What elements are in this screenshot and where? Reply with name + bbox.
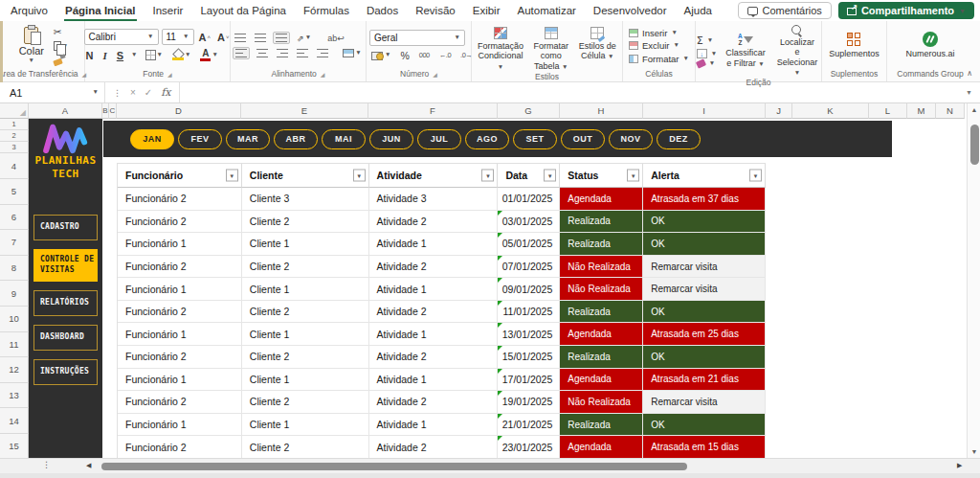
alerta-cell[interactable]: Atrasada em 37 dias <box>643 188 766 211</box>
sidebar-item-controle-de-visitas[interactable]: CONTROLE DE VISITAS <box>33 249 98 282</box>
cell-styles-button[interactable]: Estilos de Célula ▼ <box>576 26 619 62</box>
status-cell[interactable]: Realizada <box>560 233 643 256</box>
share-button[interactable]: Compartilhamento ▼ <box>838 2 974 19</box>
row-header-13[interactable]: 13 <box>0 383 29 409</box>
format-cells-button[interactable]: Formatar▼ <box>629 54 689 64</box>
sidebar-item-cadastro[interactable]: CADASTRO <box>33 215 98 240</box>
atividade-cell[interactable]: Atividade 1 <box>369 233 499 256</box>
sidebar-item-instrucoes[interactable]: INSTRUÇÕES <box>33 359 98 385</box>
cliente-cell[interactable]: Cliente 1 <box>242 369 369 392</box>
cliente-cell[interactable]: Cliente 2 <box>242 391 369 414</box>
column-header-a[interactable]: A <box>29 103 102 119</box>
month-tab-jun[interactable]: JUN <box>369 129 413 149</box>
underline-button[interactable]: S <box>115 49 125 62</box>
data-cell[interactable]: 05/01/2025 <box>498 233 560 256</box>
cliente-cell[interactable]: Cliente 2 <box>242 301 369 324</box>
fill-color-button[interactable]: ▼ <box>170 49 192 61</box>
atividade-cell[interactable]: Atividade 1 <box>369 414 499 437</box>
data-cell[interactable]: 09/01/2025 <box>498 278 560 301</box>
vertical-scrollbar[interactable]: ▲ ▼ <box>967 103 980 458</box>
sidebar-item-dashboard[interactable]: DASHBOARD <box>33 325 98 351</box>
menu-tab-revisao[interactable]: Revisão <box>407 0 464 21</box>
status-cell[interactable]: Realizada <box>560 211 643 234</box>
atividade-cell[interactable]: Atividade 1 <box>369 323 499 346</box>
align-center-button[interactable] <box>255 48 270 58</box>
column-header-d[interactable]: D <box>117 103 241 119</box>
cliente-cell[interactable]: Cliente 1 <box>242 414 369 437</box>
splitter-dots-icon[interactable]: ⋮ <box>42 460 51 469</box>
atividade-cell[interactable]: Atividade 2 <box>369 301 499 324</box>
month-tab-mar[interactable]: MAR <box>226 129 270 149</box>
row-header-1[interactable]: 1 <box>0 119 29 130</box>
funcionario-cell[interactable]: Funcionário 1 <box>118 278 242 301</box>
month-tab-set[interactable]: SET <box>513 129 557 149</box>
alerta-cell[interactable]: Remarcar visita <box>643 391 766 414</box>
sort-filter-button[interactable]: AZ Classificar e Filtrar ▼ <box>723 33 768 69</box>
alerta-cell[interactable]: OK <box>643 211 766 234</box>
month-tab-abr[interactable]: ABR <box>274 129 318 149</box>
status-cell[interactable]: Realizada <box>560 346 643 369</box>
column-header-e[interactable]: E <box>241 103 368 119</box>
increase-indent-button[interactable] <box>315 48 330 58</box>
autosum-button[interactable]: Σ▼ <box>697 34 713 47</box>
accounting-format-button[interactable]: ▼ <box>369 50 392 61</box>
month-tab-out[interactable]: OUT <box>561 129 605 149</box>
status-cell[interactable]: Realizada <box>560 414 643 437</box>
find-select-button[interactable]: Localizar e Selecionar ▼ <box>774 24 821 78</box>
atividade-cell[interactable]: Atividade 3 <box>369 188 499 211</box>
funcionario-cell[interactable]: Funcionário 2 <box>118 211 242 234</box>
select-all-corner[interactable]: ◢ <box>0 103 29 119</box>
month-tab-ago[interactable]: AGO <box>465 129 509 149</box>
alerta-cell[interactable]: OK <box>643 233 766 256</box>
confirm-entry-icon[interactable]: ✓ <box>145 87 152 98</box>
data-cell[interactable]: 23/01/2025 <box>498 436 560 458</box>
italic-button[interactable]: I <box>100 49 108 62</box>
menu-tab-dados[interactable]: Dados <box>358 0 407 21</box>
copy-button[interactable]: ▼ <box>52 40 70 52</box>
paste-button[interactable]: Colar ▼ <box>14 27 49 64</box>
funcionario-cell[interactable]: Funcionário 1 <box>118 233 242 256</box>
menu-tab-pagina-inicial[interactable]: Página Inicial <box>56 0 145 21</box>
delete-cells-button[interactable]: Excluir▼ <box>629 40 679 51</box>
cliente-cell[interactable]: Cliente 2 <box>242 436 369 458</box>
row-header-4[interactable]: 4 <box>0 153 29 179</box>
align-bottom-button[interactable] <box>273 32 290 44</box>
column-header-f[interactable]: F <box>368 103 498 119</box>
data-cell[interactable]: 07/01/2025 <box>498 256 560 279</box>
funcionario-cell[interactable]: Funcionário 1 <box>118 323 242 346</box>
funcionario-cell[interactable]: Funcionário 1 <box>118 369 242 392</box>
column-header-j[interactable]: J <box>766 103 792 119</box>
format-painter-button[interactable] <box>52 54 67 66</box>
atividade-cell[interactable]: Atividade 1 <box>369 369 499 392</box>
scroll-up-icon[interactable]: ▲ <box>968 106 980 113</box>
data-cell[interactable]: 15/01/2025 <box>498 346 560 369</box>
column-header-l[interactable]: L <box>869 103 907 119</box>
menu-tab-ajuda[interactable]: Ajuda <box>676 0 721 21</box>
menu-tab-inserir[interactable]: Inserir <box>145 0 192 21</box>
funcionario-cell[interactable]: Funcionário 2 <box>118 436 242 458</box>
data-cell[interactable]: 03/01/2025 <box>498 211 560 234</box>
merge-center-button[interactable]: ▼ <box>341 48 363 58</box>
alerta-cell[interactable]: Remarcar visita <box>643 256 766 279</box>
alerta-cell[interactable]: OK <box>643 301 766 324</box>
month-tab-jul[interactable]: JUL <box>417 129 461 149</box>
scroll-right-icon[interactable]: ▶ <box>957 462 962 469</box>
row-header-6[interactable]: 6 <box>0 205 29 231</box>
status-cell[interactable]: Agendada <box>560 323 643 346</box>
column-header-g[interactable]: G <box>498 103 560 119</box>
addins-button[interactable]: Suplementos <box>826 32 882 59</box>
row-header-14[interactable]: 14 <box>0 408 29 434</box>
menu-tab-arquivo[interactable]: Arquivo <box>2 0 56 21</box>
cut-button[interactable]: ✂ <box>52 25 64 38</box>
month-tab-jan[interactable]: JAN <box>130 129 174 149</box>
row-header-10[interactable]: 10 <box>0 307 29 332</box>
cliente-cell[interactable]: Cliente 2 <box>242 346 369 369</box>
atividade-cell[interactable]: Atividade 2 <box>369 211 499 234</box>
cliente-cell[interactable]: Cliente 2 <box>242 256 369 279</box>
cliente-cell[interactable]: Cliente 1 <box>242 233 369 256</box>
font-family-select[interactable]: Calibri▼ <box>84 29 159 45</box>
align-right-button[interactable] <box>275 48 290 58</box>
insert-cells-button[interactable]: Inserir▼ <box>629 28 678 38</box>
row-header-5[interactable]: 5 <box>0 179 29 205</box>
data-cell[interactable]: 01/01/2025 <box>498 188 560 211</box>
